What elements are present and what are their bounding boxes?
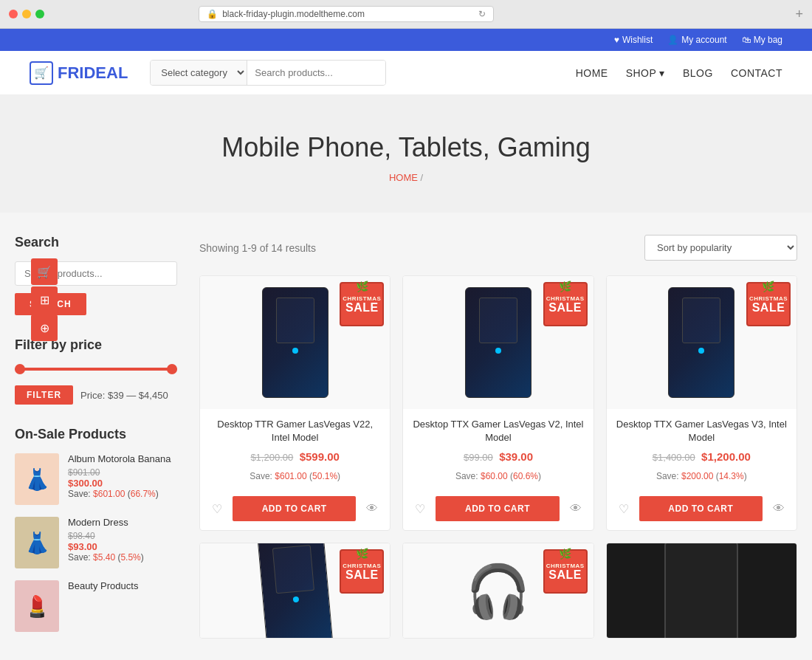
bag-icon: 🛍: [742, 35, 751, 45]
float-wishlist-button[interactable]: ⊕: [31, 314, 58, 341]
price-handle-min[interactable]: [15, 364, 25, 374]
account-link[interactable]: 👤 My account: [667, 35, 726, 45]
product-grid: 🌿 CHRISTMAS SALE Desktop TTR Gamer LasVe…: [199, 275, 797, 639]
product-pc-tower-1: [262, 287, 328, 398]
on-sale-thumb-1[interactable]: 👗: [15, 453, 59, 505]
tablet-image: [664, 543, 738, 639]
main-container: Search SEARCH Filter by price FILTER Pri…: [0, 213, 812, 660]
on-sale-info-1: Album Motorola Banana $901.00 $300.00 Sa…: [68, 453, 177, 499]
on-sale-thumb-3[interactable]: 💄: [15, 580, 59, 632]
category-select[interactable]: Select category: [151, 61, 247, 85]
main-nav: HOME SHOP ▾ BLOG CONTACT: [576, 67, 782, 79]
on-sale-section: On-Sale Products 👗 Album Motorola Banana…: [15, 427, 177, 632]
price-handle-max[interactable]: [167, 364, 177, 374]
on-sale-price-new-1: $300.00: [68, 478, 177, 489]
product-card-1: 🌿 CHRISTMAS SALE Desktop TTR Gamer LasVe…: [199, 275, 390, 531]
christmas-badge-3: 🌿 CHRISTMAS SALE: [746, 282, 791, 326]
quick-view-button-3[interactable]: 👁: [770, 499, 788, 518]
float-compare-button[interactable]: ⊞: [31, 286, 58, 313]
product-actions-2: ♡ ADD TO CART 👁: [403, 490, 593, 530]
quick-view-button-2[interactable]: 👁: [567, 499, 585, 518]
on-sale-name-1: Album Motorola Banana: [68, 453, 177, 464]
logo-icon: 🛒: [30, 61, 53, 85]
sort-select[interactable]: Sort by popularity Sort by latest Sort b…: [644, 235, 797, 261]
on-sale-price-old-1: $901.00: [68, 467, 177, 478]
close-button[interactable]: [9, 10, 18, 18]
product-price-old-3: $1,400.00: [653, 452, 695, 463]
product-prices-2: $99.00 $39.00: [412, 450, 584, 464]
add-to-cart-button-1[interactable]: ADD TO CART: [233, 496, 356, 521]
product-name-3: Desktop TTX Gamer LasVegas V3, Intel Mod…: [616, 418, 788, 444]
add-to-cart-button-2[interactable]: ADD TO CART: [436, 496, 559, 521]
product-save-1: Save: $601.00 (50.1%): [209, 471, 381, 481]
badge-leaves-4: 🌿: [356, 548, 369, 560]
search-bar: Select category 🔍: [150, 60, 386, 86]
site-header: 🛒 FRIDEAL Select category 🔍 HOME SHOP ▾ …: [0, 51, 812, 95]
wishlist-button-1[interactable]: ♡: [209, 499, 225, 519]
minimize-button[interactable]: [22, 10, 31, 18]
nav-home[interactable]: HOME: [576, 67, 608, 79]
sidebar-search-title: Search: [15, 235, 177, 250]
wishlist-button-2[interactable]: ♡: [412, 499, 428, 519]
product-pc-tower-4: [257, 543, 333, 639]
reload-icon[interactable]: ↻: [478, 9, 486, 19]
filter-row: FILTER Price: $39 — $4,450: [15, 385, 177, 405]
url-text: black-friday-plugin.modeltheme.com: [222, 9, 365, 19]
user-icon: 👤: [667, 35, 678, 45]
product-image-2: 🌿 CHRISTMAS SALE: [403, 276, 593, 409]
product-actions-3: ♡ ADD TO CART 👁: [607, 490, 796, 530]
product-thumbnail-2: 👗: [15, 517, 59, 568]
wishlist-button-3[interactable]: ♡: [616, 499, 632, 519]
search-input[interactable]: [247, 61, 386, 85]
add-to-cart-button-3[interactable]: ADD TO CART: [639, 496, 763, 521]
on-sale-info-2: Modern Dress $98.40 $93.00 Save: $5.40 (…: [68, 517, 177, 563]
on-sale-save-1: Save: $601.00 (66.7%): [68, 489, 177, 499]
on-sale-item-2: 👗 Modern Dress $98.40 $93.00 Save: $5.40…: [15, 517, 177, 568]
on-sale-item: 👗 Album Motorola Banana $901.00 $300.00 …: [15, 453, 177, 505]
product-save-2: Save: $60.00 (60.6%): [412, 471, 584, 481]
badge-leaves-3: 🌿: [762, 281, 775, 292]
product-prices-3: $1,400.00 $1,200.00: [616, 450, 788, 464]
utility-bar: ♥ Wishlist 👤 My account 🛍 My bag: [0, 29, 812, 51]
wishlist-link[interactable]: ♥ Wishlist: [614, 35, 653, 45]
on-sale-thumb-2[interactable]: 👗: [15, 517, 59, 568]
bag-link[interactable]: 🛍 My bag: [742, 35, 782, 45]
product-save-3: Save: $200.00 (14.3%): [616, 471, 788, 481]
nav-contact[interactable]: CONTACT: [731, 67, 782, 79]
breadcrumb-home[interactable]: HOME: [389, 172, 418, 183]
product-name-1: Desktop TTR Gamer LasVegas V22, Intel Mo…: [209, 418, 381, 444]
logo[interactable]: 🛒 FRIDEAL: [30, 61, 128, 85]
price-slider[interactable]: [15, 368, 177, 371]
quick-view-button-1[interactable]: 👁: [363, 499, 381, 518]
on-sale-name-2: Modern Dress: [68, 517, 177, 528]
nav-blog[interactable]: BLOG: [683, 67, 713, 79]
product-image-4: 🌿 CHRISTMAS SALE: [200, 543, 390, 639]
float-cart-button[interactable]: 🛒: [31, 258, 58, 285]
on-sale-item-3: 💄 Beauty Products: [15, 580, 177, 632]
product-price-old-1: $1,200.00: [250, 452, 293, 463]
headphone-icon: 🎧: [466, 561, 530, 622]
browser-chrome: 🔒 black-friday-plugin.modeltheme.com ↻ +: [0, 0, 812, 29]
product-area-header: Showing 1-9 of 14 results Sort by popula…: [199, 235, 797, 261]
product-image-3: 🌿 CHRISTMAS SALE: [607, 276, 796, 409]
christmas-badge-2: 🌿 CHRISTMAS SALE: [543, 282, 588, 326]
logo-text: FRIDEAL: [58, 63, 128, 83]
product-price-new-2: $39.00: [499, 450, 533, 463]
product-card-3: 🌿 CHRISTMAS SALE Desktop TTX Gamer LasVe…: [606, 275, 797, 531]
on-sale-save-2: Save: $5.40 (5.5%): [68, 552, 177, 563]
product-price-old-2: $99.00: [464, 452, 493, 463]
product-price-new-1: $599.00: [300, 450, 340, 463]
filter-button[interactable]: FILTER: [15, 385, 73, 405]
heart-icon: ♥: [614, 35, 619, 45]
pc-light-1: [292, 348, 298, 354]
badge-leaves-5: 🌿: [559, 548, 572, 560]
price-range-text: Price: $39 — $4,450: [80, 390, 168, 401]
product-card-2: 🌿 CHRISTMAS SALE Desktop TTX Gamer LasVe…: [402, 275, 593, 531]
nav-shop[interactable]: SHOP ▾: [626, 67, 665, 79]
new-tab-button[interactable]: +: [795, 7, 803, 22]
on-sale-price-new-2: $93.00: [68, 541, 177, 552]
maximize-button[interactable]: [35, 10, 44, 18]
floating-sidebar: 🛒 ⊞ ⊕: [31, 258, 58, 341]
price-range-fill: [15, 368, 177, 371]
address-bar[interactable]: 🔒 black-friday-plugin.modeltheme.com ↻: [199, 6, 494, 22]
